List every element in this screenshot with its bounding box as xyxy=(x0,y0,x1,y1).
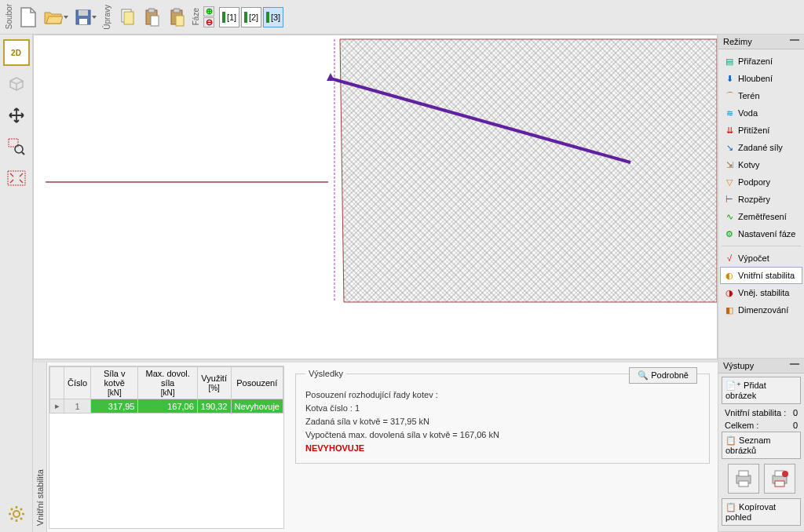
zoom-fit-button[interactable] xyxy=(3,165,30,191)
modes-panel-header: Režimy xyxy=(718,35,804,49)
phase-group-label: Fáze xyxy=(192,8,200,25)
print-button[interactable] xyxy=(728,464,759,494)
outputs-panel-header: Výstupy xyxy=(718,359,804,373)
phase-1-button[interactable]: [1] xyxy=(219,7,239,27)
svg-rect-2 xyxy=(79,19,87,24)
detail-button[interactable]: 🔍 Podrobně xyxy=(629,367,697,384)
col-num: Číslo xyxy=(64,367,91,399)
remove-phase-button[interactable]: ⊖ xyxy=(203,17,214,27)
mode-surcharge[interactable]: ⇊Přitížení xyxy=(720,122,802,139)
add-image-button[interactable]: 📄⁺ Přidat obrázek xyxy=(722,377,801,404)
svg-rect-24 xyxy=(739,481,748,486)
svg-point-28 xyxy=(782,471,788,477)
col-force: Síla v kotvě[kN] xyxy=(91,367,138,399)
svg-point-12 xyxy=(15,145,23,153)
col-max: Max. dovol. síla[kN] xyxy=(138,367,197,399)
view-3d-button[interactable] xyxy=(3,71,30,97)
svg-rect-7 xyxy=(151,16,159,26)
results-panel: 🔍 Podrobně Výsledky Posouzení rozhodujíc… xyxy=(287,363,718,532)
svg-point-14 xyxy=(13,511,20,517)
minimize-icon[interactable] xyxy=(790,363,799,368)
top-toolbar: Soubor Úpravy Fáze ⊕ ⊖ [1] [2] xyxy=(0,0,804,35)
settings-button[interactable] xyxy=(3,501,30,527)
save-button[interactable] xyxy=(71,5,100,29)
phase-2-button[interactable]: [2] xyxy=(241,7,261,27)
open-file-button[interactable] xyxy=(42,5,70,29)
file-group-label: Soubor xyxy=(5,4,13,29)
table-row[interactable]: ▸ 1 317,95 167,06 190,32 Nevyhovuje xyxy=(50,399,283,414)
minimize-icon[interactable] xyxy=(790,39,799,44)
phase-3-button[interactable]: [3] xyxy=(263,7,283,27)
mode-earthquake[interactable]: ∿Zemětřesení xyxy=(720,208,802,225)
mode-supports[interactable]: ▽Podpory xyxy=(720,173,802,191)
svg-rect-10 xyxy=(176,16,184,26)
mode-internal-stability[interactable]: ◐Vnitřní stabilita xyxy=(720,267,802,284)
paste-special-button[interactable] xyxy=(165,5,188,29)
mode-assignment[interactable]: ▤Přiřazení xyxy=(720,53,802,70)
mode-struts[interactable]: ⊢Rozpěry xyxy=(720,191,802,208)
print-pdf-button[interactable] xyxy=(764,464,795,494)
svg-rect-27 xyxy=(775,481,784,486)
mode-terrain[interactable]: ⌒Terén xyxy=(720,87,802,104)
svg-rect-6 xyxy=(148,9,155,13)
image-list-button[interactable]: 📋 Seznam obrázků xyxy=(722,432,801,459)
mode-anchors[interactable]: ⇲Kotvy xyxy=(720,156,802,173)
bottom-tab[interactable]: Vnitřní stabilita xyxy=(33,363,47,532)
col-assess: Posouzení xyxy=(231,367,283,399)
svg-rect-13 xyxy=(8,171,25,185)
mode-phase-settings[interactable]: ⚙Nastavení fáze xyxy=(720,225,802,242)
edit-group-label: Úpravy xyxy=(103,5,111,30)
pan-button[interactable] xyxy=(3,102,30,129)
left-toolbar: 2D xyxy=(0,35,33,532)
col-util: Využití[%] xyxy=(197,367,231,399)
modes-list: ▤Přiřazení ⬇Hloubení ⌒Terén ≋Voda ⇊Přití… xyxy=(718,49,804,322)
mode-calc[interactable]: √Výpočet xyxy=(720,250,802,267)
svg-rect-23 xyxy=(739,471,748,476)
viewport[interactable] xyxy=(33,35,718,359)
mode-excavation[interactable]: ⬇Hloubení xyxy=(720,70,802,87)
svg-rect-4 xyxy=(124,12,133,24)
mode-dimensioning[interactable]: ◧Dimenzování xyxy=(720,301,802,319)
copy-button[interactable] xyxy=(115,5,138,29)
copy-view-button[interactable]: 📋 Kopírovat pohled xyxy=(722,498,801,526)
add-phase-button[interactable]: ⊕ xyxy=(203,6,214,16)
result-table: Číslo Síla v kotvě[kN] Max. dovol. síla[… xyxy=(49,366,284,529)
svg-rect-9 xyxy=(174,9,180,13)
zoom-window-button[interactable] xyxy=(3,133,30,160)
view-2d-button[interactable]: 2D xyxy=(3,39,30,66)
new-file-button[interactable] xyxy=(16,5,40,29)
right-sidebar: Režimy ▤Přiřazení ⬇Hloubení ⌒Terén ≋Voda… xyxy=(718,35,804,532)
paste-button[interactable] xyxy=(140,5,163,29)
mode-forces[interactable]: ↘Zadané síly xyxy=(720,139,802,156)
mode-external-stability[interactable]: ◑Vněj. stabilita xyxy=(720,284,802,301)
svg-rect-1 xyxy=(79,10,88,16)
bottom-panel: Vnitřní stabilita Číslo Síla v kotvě[kN]… xyxy=(33,359,718,532)
mode-water[interactable]: ≋Voda xyxy=(720,104,802,122)
